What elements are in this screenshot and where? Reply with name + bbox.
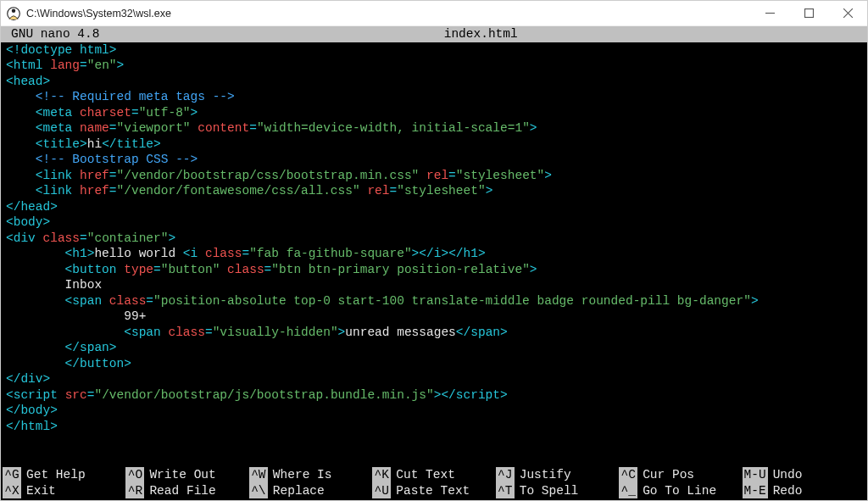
code: </span> <box>6 341 117 354</box>
nano-filename: index.html <box>99 26 862 42</box>
code: class <box>109 294 147 308</box>
app-icon <box>6 6 21 21</box>
code: "en" <box>87 58 117 72</box>
code: > <box>168 231 175 245</box>
code: > <box>338 326 346 339</box>
code: "/vendor/fontawesome/css/all.css" <box>117 184 360 198</box>
shortcut-label: Replace <box>273 483 325 499</box>
shortcut-label: Read File <box>149 483 215 499</box>
code: "viewport" <box>117 121 191 135</box>
code: class <box>205 247 242 260</box>
code: "container" <box>87 231 169 245</box>
code: = <box>264 263 272 276</box>
code: > <box>530 121 537 135</box>
shortcut-label: Paste Text <box>396 483 470 499</box>
code: </span> <box>456 326 508 339</box>
code: <i <box>183 247 205 260</box>
terminal-area[interactable]: GNU nano 4.8 index.html <!doctype html> … <box>1 26 867 500</box>
shortcut-to-spell: ^TTo Spell <box>496 483 619 499</box>
code: </h1> <box>448 247 486 260</box>
code: = <box>109 169 117 182</box>
code <box>191 121 198 135</box>
code: </button> <box>6 357 131 370</box>
code: = <box>146 294 153 308</box>
code: type <box>124 263 153 276</box>
shortcut-key: ^C <box>619 467 637 483</box>
code: <button <box>6 263 124 276</box>
shortcut-replace: ^\Replace <box>249 483 372 499</box>
shortcut-write-out: ^OWrite Out <box>125 467 248 483</box>
code: </title> <box>102 137 161 151</box>
shortcut-key: ^\ <box>249 483 268 499</box>
code: = <box>448 169 456 182</box>
svg-point-1 <box>12 8 16 13</box>
code: > <box>412 247 420 260</box>
shortcut-cur-pos: ^CCur Pos <box>619 467 742 483</box>
code: = <box>109 184 117 198</box>
shortcut-label: To Spell <box>520 483 579 499</box>
shortcut-justify: ^JJustify <box>496 467 619 483</box>
code: href <box>80 169 109 182</box>
code: <span <box>6 294 109 308</box>
code: "fab fa-github-square" <box>249 247 411 260</box>
shortcut-undo: M-UUndo <box>743 467 865 483</box>
code: = <box>390 184 398 198</box>
code: name <box>80 121 109 135</box>
code: lang <box>50 58 80 72</box>
shortcut-label: Justify <box>520 467 571 483</box>
svg-rect-3 <box>804 9 813 18</box>
shortcut-go-to-line: ^_Go To Line <box>619 483 742 499</box>
code: <!-- Required meta tags --> <box>6 90 235 103</box>
shortcut-key: ^K <box>372 467 391 483</box>
code: <!doctype html> <box>6 43 117 57</box>
code: <body> <box>6 215 50 229</box>
code: class <box>43 231 81 245</box>
code <box>419 169 426 182</box>
shortcut-where-is: ^WWhere Is <box>249 467 372 483</box>
shortcut-label: Cut Text <box>396 467 455 483</box>
code: </head> <box>6 200 58 214</box>
shortcut-key: ^_ <box>619 483 637 499</box>
close-button[interactable] <box>828 1 867 26</box>
code: "stylesheet" <box>397 184 485 198</box>
code: = <box>153 263 161 276</box>
nano-shortcuts: ^GGet Help ^OWrite Out ^WWhere Is ^KCut … <box>1 467 867 500</box>
code: "width=device-width, initial-scale=1" <box>257 121 530 135</box>
code: rel <box>426 169 448 182</box>
code: </script> <box>441 388 507 402</box>
titlebar[interactable]: C:\Windows\System32\wsl.exe <box>1 1 867 26</box>
code: <link <box>6 184 80 198</box>
minimize-button[interactable] <box>750 1 789 26</box>
code: "button" <box>161 263 220 276</box>
code: </body> <box>6 404 58 417</box>
code: > <box>191 106 198 120</box>
code: unread messages <box>345 326 456 339</box>
nano-header: GNU nano 4.8 index.html <box>1 26 867 42</box>
code: <meta <box>6 121 80 135</box>
code: = <box>80 231 87 245</box>
code: <h1> <box>6 247 94 260</box>
code: </i> <box>419 247 448 260</box>
shortcut-key: ^T <box>496 483 515 499</box>
code: href <box>80 184 109 198</box>
code: <title> <box>6 137 87 151</box>
code: <head> <box>6 75 50 88</box>
code: src <box>65 388 87 402</box>
shortcut-get-help: ^GGet Help <box>3 467 125 483</box>
code: "position-absolute top-0 start-100 trans… <box>153 294 751 308</box>
code: </html> <box>6 420 58 433</box>
code: "stylesheet" <box>456 169 544 182</box>
code: <span <box>6 326 168 339</box>
maximize-button[interactable] <box>789 1 828 26</box>
code: > <box>544 169 552 182</box>
editor-content[interactable]: <!doctype html> <html lang="en"> <head> … <box>1 42 867 468</box>
code: "btn btn-primary position-relative" <box>271 263 530 276</box>
shortcut-label: Where Is <box>273 467 332 483</box>
shortcut-key: ^J <box>496 467 515 483</box>
code: Inbox <box>6 278 102 292</box>
shortcut-key: ^O <box>125 467 144 483</box>
shortcut-key: ^R <box>125 483 144 499</box>
shortcut-key: M-E <box>743 483 768 499</box>
shortcut-key: ^G <box>3 467 21 483</box>
window-title: C:\Windows\System32\wsl.exe <box>26 8 171 19</box>
